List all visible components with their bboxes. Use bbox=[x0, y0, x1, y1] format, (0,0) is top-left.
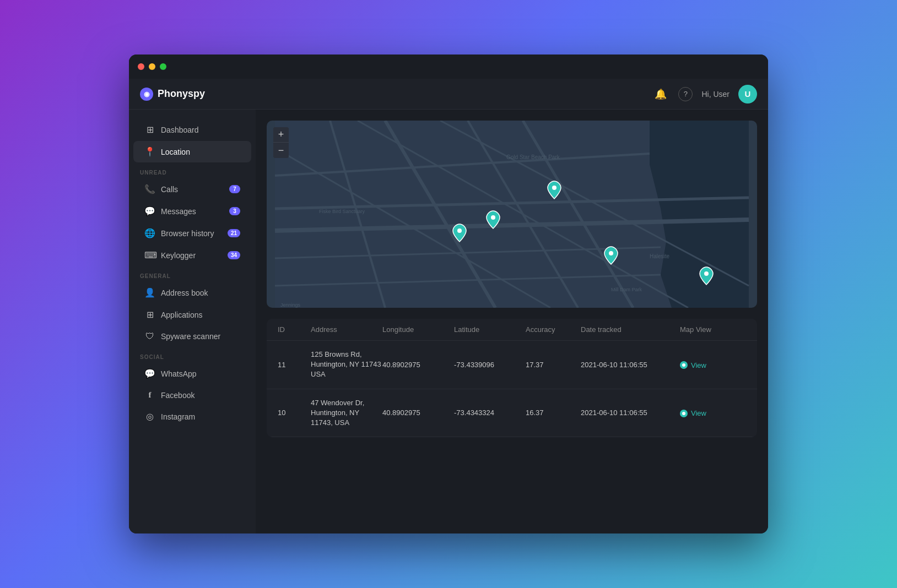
svg-point-21 bbox=[491, 215, 495, 220]
row2-date-tracked: 2021-06-10 11:06:55 bbox=[581, 409, 680, 417]
general-section-label: GENERAL bbox=[129, 266, 256, 281]
row2-longitude: 40.8902975 bbox=[382, 409, 454, 417]
messages-icon: 💬 bbox=[144, 206, 155, 216]
map-svg: Gold Star Beach Park Fiske Bird Sanctuar… bbox=[267, 121, 757, 308]
browser-history-badge: 21 bbox=[228, 229, 240, 237]
title-bar bbox=[129, 55, 768, 79]
col-accuracy: Accuracy bbox=[526, 325, 581, 334]
col-date-tracked: Date tracked bbox=[581, 325, 680, 334]
sidebar-item-label: Dashboard bbox=[161, 126, 199, 134]
sidebar-item-instagram[interactable]: ◎ Instagram bbox=[133, 406, 251, 427]
map-controls: + − bbox=[273, 127, 289, 158]
keylogger-badge: 34 bbox=[228, 251, 240, 259]
sidebar-item-label: Applications bbox=[161, 311, 203, 319]
col-longitude: Longitude bbox=[382, 325, 454, 334]
dashboard-icon: ⊞ bbox=[144, 124, 155, 135]
app-title: Phonyspy bbox=[158, 88, 205, 100]
row2-view-cell: View bbox=[680, 409, 746, 418]
svg-point-23 bbox=[609, 251, 613, 255]
topbar-right: 🔔 ? Hi, User U bbox=[652, 85, 757, 104]
user-avatar[interactable]: U bbox=[738, 85, 757, 104]
address-book-icon: 👤 bbox=[144, 287, 155, 298]
svg-text:Mill Dam Park: Mill Dam Park bbox=[611, 287, 642, 292]
sidebar-item-label: Instagram bbox=[161, 412, 195, 421]
sidebar-item-label: Spyware scanner bbox=[161, 332, 220, 341]
sidebar-item-label: Messages bbox=[161, 207, 196, 216]
svg-text:Jennings: Jennings bbox=[280, 302, 301, 308]
help-button[interactable]: ? bbox=[678, 87, 693, 101]
body-layout: ⊞ Dashboard 📍 Location UNREAD 📞 Calls 7 … bbox=[129, 110, 768, 533]
close-button[interactable] bbox=[138, 63, 144, 70]
svg-point-20 bbox=[552, 186, 556, 190]
content-area: Gold Star Beach Park Fiske Bird Sanctuar… bbox=[256, 110, 768, 533]
col-latitude: Latitude bbox=[454, 325, 526, 334]
table-header: ID Address Longitude Latitude Accuracy D… bbox=[267, 319, 757, 341]
topbar: ◉ Phonyspy 🔔 ? Hi, User U bbox=[129, 79, 768, 110]
row2-id: 10 bbox=[278, 409, 311, 417]
table-row: 10 47 Wendover Dr, Huntington, NY 11743,… bbox=[267, 389, 757, 438]
sidebar-item-label: Browser history bbox=[161, 229, 214, 238]
messages-badge: 3 bbox=[229, 207, 240, 215]
row1-date-tracked: 2021-06-10 11:06:55 bbox=[581, 361, 680, 369]
minimize-button[interactable] bbox=[149, 63, 155, 70]
calls-icon: 📞 bbox=[144, 184, 155, 194]
row2-latitude: -73.4343324 bbox=[454, 409, 526, 417]
sidebar-item-browser-history[interactable]: 🌐 Browser history 21 bbox=[133, 222, 251, 244]
row1-address: 125 Browns Rd, Huntington, NY 11743 USA bbox=[311, 350, 382, 380]
hi-user-text: Hi, User bbox=[701, 90, 730, 99]
sidebar-item-calls[interactable]: 📞 Calls 7 bbox=[133, 178, 251, 200]
maximize-button[interactable] bbox=[160, 63, 166, 70]
sidebar-item-spyware-scanner[interactable]: 🛡 Spyware scanner bbox=[133, 326, 251, 347]
location-icon: 📍 bbox=[144, 146, 155, 157]
sidebar-item-applications[interactable]: ⊞ Applications bbox=[133, 304, 251, 325]
sidebar-item-whatsapp[interactable]: 💬 WhatsApp bbox=[133, 363, 251, 384]
svg-point-24 bbox=[704, 271, 709, 276]
sidebar-item-label: WhatsApp bbox=[161, 369, 197, 378]
view-dot-icon bbox=[680, 410, 688, 417]
sidebar-item-messages[interactable]: 💬 Messages 3 bbox=[133, 200, 251, 222]
sidebar-item-label: Facebook bbox=[161, 391, 194, 400]
unread-section-label: UNREAD bbox=[129, 163, 256, 178]
app-window: ◉ Phonyspy 🔔 ? Hi, User U ⊞ Dashboard bbox=[129, 55, 768, 533]
sidebar-item-facebook[interactable]: f Facebook bbox=[133, 385, 251, 405]
col-id: ID bbox=[278, 325, 311, 334]
notification-button[interactable]: 🔔 bbox=[652, 85, 669, 103]
svg-marker-2 bbox=[650, 121, 749, 308]
instagram-icon: ◎ bbox=[144, 411, 155, 422]
sidebar: ⊞ Dashboard 📍 Location UNREAD 📞 Calls 7 … bbox=[129, 110, 256, 533]
map-container: Gold Star Beach Park Fiske Bird Sanctuar… bbox=[267, 121, 757, 308]
col-map-view: Map View bbox=[680, 325, 746, 334]
browser-history-icon: 🌐 bbox=[144, 228, 155, 238]
row2-address: 47 Wendover Dr, Huntington, NY 11743, US… bbox=[311, 398, 382, 428]
data-table: ID Address Longitude Latitude Accuracy D… bbox=[267, 319, 757, 437]
table-row: 11 125 Browns Rd, Huntington, NY 11743 U… bbox=[267, 341, 757, 389]
svg-text:Halesite: Halesite bbox=[650, 253, 670, 259]
zoom-out-button[interactable]: − bbox=[273, 143, 289, 158]
calls-badge: 7 bbox=[229, 185, 240, 193]
svg-text:Fiske Bird Sanctuary: Fiske Bird Sanctuary bbox=[319, 209, 365, 214]
svg-text:Gold Star Beach Park: Gold Star Beach Park bbox=[506, 154, 560, 160]
row2-accuracy: 16.37 bbox=[526, 409, 581, 417]
zoom-in-button[interactable]: + bbox=[273, 127, 289, 143]
facebook-icon: f bbox=[144, 390, 155, 400]
sidebar-item-label: Calls bbox=[161, 185, 178, 194]
sidebar-item-address-book[interactable]: 👤 Address book bbox=[133, 282, 251, 303]
keylogger-icon: ⌨ bbox=[144, 250, 155, 260]
sidebar-item-keylogger[interactable]: ⌨ Keylogger 34 bbox=[133, 244, 251, 266]
row1-view-cell: View bbox=[680, 360, 746, 369]
sidebar-item-dashboard[interactable]: ⊞ Dashboard bbox=[133, 119, 251, 140]
applications-icon: ⊞ bbox=[144, 309, 155, 320]
social-section-label: SOCIAL bbox=[129, 347, 256, 362]
sidebar-item-label: Address book bbox=[161, 288, 208, 297]
col-address: Address bbox=[311, 325, 382, 334]
sidebar-item-label: Location bbox=[161, 148, 190, 156]
row1-latitude: -73.4339096 bbox=[454, 361, 526, 369]
row2-view-button[interactable]: View bbox=[680, 409, 706, 417]
logo-icon: ◉ bbox=[140, 88, 153, 101]
row1-longitude: 40.8902975 bbox=[382, 361, 454, 369]
sidebar-item-label: Keylogger bbox=[161, 251, 196, 260]
row1-id: 11 bbox=[278, 361, 311, 369]
sidebar-item-location[interactable]: 📍 Location bbox=[133, 141, 251, 162]
row1-accuracy: 17.37 bbox=[526, 361, 581, 369]
row1-view-button[interactable]: View bbox=[680, 361, 706, 369]
